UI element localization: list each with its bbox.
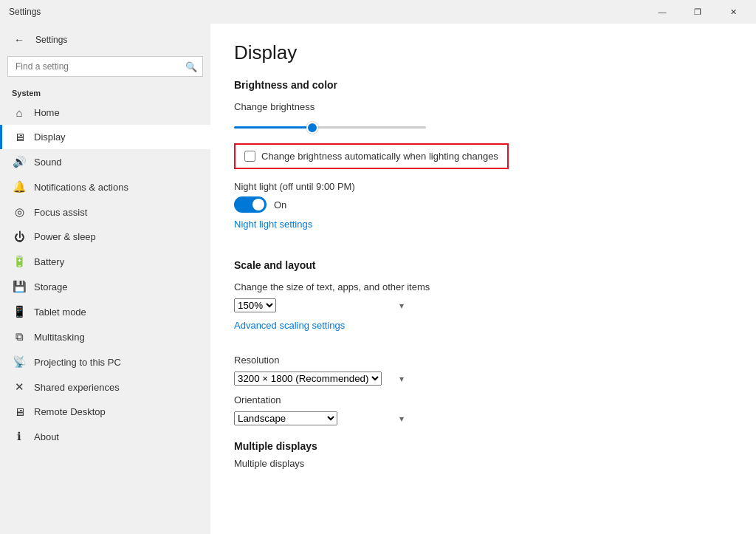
sidebar-item-projecting[interactable]: 📡 Projecting to this PC: [0, 349, 210, 374]
notifications-icon: 🔔: [12, 180, 27, 194]
sidebar-top: ← Settings: [0, 24, 210, 56]
night-light-settings-link[interactable]: Night light settings: [234, 219, 312, 230]
scale-items-label: Change the size of text, apps, and other…: [234, 281, 732, 292]
scale-section-title: Scale and layout: [234, 259, 732, 271]
close-button[interactable]: ✕: [716, 0, 750, 24]
auto-brightness-container: Change brightness automatically when lig…: [234, 143, 509, 169]
about-icon: ℹ: [12, 430, 27, 443]
app-body: ← Settings 🔍 System ⌂ Home 🖥 Display 🔊 S…: [0, 24, 756, 534]
auto-brightness-label[interactable]: Change brightness automatically when lig…: [261, 151, 498, 162]
orientation-dropdown-wrapper: Landscape Portrait Landscape (flipped) P…: [234, 411, 411, 425]
sidebar-item-shared[interactable]: ✕ Shared experiences: [0, 374, 210, 400]
title-bar-left: Settings: [9, 7, 41, 17]
sidebar-item-about-label: About: [34, 431, 59, 442]
sidebar-item-battery[interactable]: 🔋 Battery: [0, 249, 210, 274]
sidebar-section-title: System: [0, 83, 210, 100]
scale-section: Scale and layout Change the size of text…: [234, 259, 732, 425]
remote-icon: 🖥: [12, 405, 27, 418]
sidebar-item-shared-label: Shared experiences: [34, 382, 120, 393]
main-content: Display Brightness and color Change brig…: [210, 24, 756, 534]
orientation-label: Orientation: [234, 394, 732, 405]
sidebar-item-remote[interactable]: 🖥 Remote Desktop: [0, 400, 210, 424]
sidebar-item-tablet-label: Tablet mode: [34, 307, 86, 318]
sidebar-item-power[interactable]: ⏻ Power & sleep: [0, 225, 210, 249]
sidebar: ← Settings 🔍 System ⌂ Home 🖥 Display 🔊 S…: [0, 24, 210, 534]
sidebar-item-storage-label: Storage: [34, 281, 68, 292]
home-icon: ⌂: [12, 106, 27, 119]
power-icon: ⏻: [12, 230, 27, 243]
sidebar-item-home[interactable]: ⌂ Home: [0, 100, 210, 125]
brightness-slider[interactable]: [234, 126, 426, 129]
search-icon: 🔍: [185, 61, 197, 72]
restore-button[interactable]: ❐: [681, 0, 715, 24]
sound-icon: 🔊: [12, 155, 27, 168]
sidebar-item-display[interactable]: 🖥 Display: [0, 125, 210, 149]
search-box: 🔍: [7, 56, 203, 77]
shared-icon: ✕: [12, 380, 27, 394]
sidebar-item-projecting-label: Projecting to this PC: [34, 357, 121, 368]
auto-brightness-checkbox[interactable]: [244, 151, 255, 162]
sidebar-item-display-label: Display: [34, 131, 66, 143]
sidebar-item-storage[interactable]: 💾 Storage: [0, 274, 210, 299]
sidebar-item-battery-label: Battery: [34, 256, 64, 267]
resolution-select[interactable]: 3200 × 1800 (Recommended) 2560 × 1440 19…: [234, 372, 382, 386]
sidebar-item-home-label: Home: [34, 107, 60, 118]
night-light-toggle-label: On: [274, 199, 286, 210]
back-button[interactable]: ←: [9, 30, 30, 50]
scale-select[interactable]: 100% 125% 150% 175%: [234, 298, 276, 312]
night-light-label: Night light (off until 9:00 PM): [234, 181, 732, 192]
sidebar-item-focus-label: Focus assist: [34, 207, 87, 218]
multitasking-icon: ⧉: [12, 330, 27, 343]
sidebar-app-title: Settings: [35, 35, 67, 45]
focus-icon: ◎: [12, 205, 27, 219]
scale-dropdown-wrapper: 100% 125% 150% 175%: [234, 298, 411, 312]
search-input[interactable]: [7, 56, 203, 77]
sidebar-item-multitasking-label: Multitasking: [34, 332, 85, 343]
advanced-scaling-link[interactable]: Advanced scaling settings: [234, 320, 345, 331]
sidebar-item-remote-label: Remote Desktop: [34, 406, 106, 417]
brightness-label: Change brightness: [234, 101, 732, 112]
sidebar-item-focus[interactable]: ◎ Focus assist: [0, 199, 210, 225]
multiple-displays-label: Multiple displays: [234, 458, 732, 469]
brightness-slider-container: Change brightness: [234, 101, 732, 131]
night-light-toggle-row: On: [234, 196, 732, 213]
resolution-label: Resolution: [234, 355, 732, 366]
sidebar-item-sound[interactable]: 🔊 Sound: [0, 149, 210, 174]
multiple-displays-section-title: Multiple displays: [234, 440, 732, 452]
orientation-select[interactable]: Landscape Portrait Landscape (flipped) P…: [234, 411, 337, 425]
display-icon: 🖥: [12, 131, 27, 143]
projecting-icon: 📡: [12, 355, 27, 369]
sidebar-item-tablet[interactable]: 📱 Tablet mode: [0, 299, 210, 324]
title-bar: Settings — ❐ ✕: [0, 0, 756, 24]
sidebar-item-about[interactable]: ℹ About: [0, 424, 210, 449]
sidebar-item-notifications[interactable]: 🔔 Notifications & actions: [0, 174, 210, 199]
sidebar-item-power-label: Power & sleep: [34, 231, 96, 242]
storage-icon: 💾: [12, 280, 27, 293]
battery-icon: 🔋: [12, 255, 27, 268]
title-bar-controls: — ❐ ✕: [645, 0, 750, 24]
minimize-button[interactable]: —: [645, 0, 679, 24]
brightness-section-title: Brightness and color: [234, 79, 732, 91]
title-bar-title: Settings: [9, 7, 41, 17]
sidebar-item-sound-label: Sound: [34, 157, 62, 168]
page-title: Display: [234, 41, 732, 64]
sidebar-item-notifications-label: Notifications & actions: [34, 182, 128, 193]
resolution-dropdown-wrapper: 3200 × 1800 (Recommended) 2560 × 1440 19…: [234, 372, 411, 386]
tablet-icon: 📱: [12, 305, 27, 318]
sidebar-item-multitasking[interactable]: ⧉ Multitasking: [0, 324, 210, 349]
night-light-toggle[interactable]: [234, 196, 267, 213]
